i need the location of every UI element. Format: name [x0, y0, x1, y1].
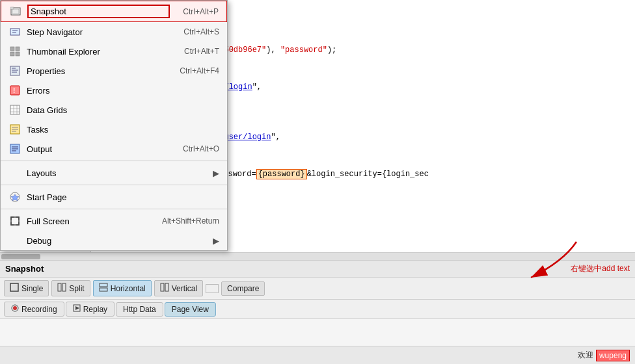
layouts-icon	[8, 166, 21, 179]
start-page-icon	[8, 190, 21, 203]
recording-tab-icon	[11, 304, 19, 314]
svg-rect-33	[62, 283, 66, 291]
svg-rect-10	[10, 66, 20, 75]
fullscreen-icon	[8, 214, 21, 228]
right-click-hint: 右键选中add text	[571, 263, 630, 274]
tasks-icon	[8, 123, 21, 136]
http-data-tab-label: Http Data	[123, 305, 156, 314]
svg-rect-30	[11, 217, 19, 225]
compare-view-label: Compare	[227, 284, 259, 293]
full-screen-label: Full Screen	[27, 216, 149, 226]
bottom-panel-title: Snapshot	[5, 264, 44, 274]
step-navigator-icon	[8, 25, 21, 38]
single-view-icon	[10, 283, 19, 294]
step-navigator-shortcut: Ctrl+Alt+S	[183, 27, 219, 36]
layouts-label: Layouts	[27, 168, 209, 178]
svg-rect-36	[161, 283, 164, 291]
debug-label: Debug	[27, 236, 209, 246]
svg-rect-16	[10, 105, 20, 114]
vertical-view-icon	[160, 283, 169, 294]
svg-rect-8	[10, 52, 14, 56]
menu-separator-3	[1, 209, 227, 209]
tab-page-view[interactable]: Page View	[165, 302, 216, 317]
start-page-label: Start Page	[27, 192, 206, 202]
single-view-label: Single	[21, 284, 43, 293]
menu-separator-1	[1, 161, 227, 161]
menu-item-full-screen[interactable]: Full Screen Alt+Shift+Return	[1, 211, 227, 231]
vertical-view-button[interactable]: Vertical	[154, 280, 203, 296]
split-view-icon	[57, 283, 66, 294]
svg-rect-6	[10, 47, 14, 51]
page-view-tab-label: Page View	[172, 305, 209, 314]
menu-item-start-page[interactable]: Start Page	[1, 187, 227, 207]
svg-rect-37	[165, 283, 169, 291]
dropdown-menu: Snapshot Ctrl+Alt+P Step Navigator Ctrl+…	[0, 0, 228, 251]
menu-item-layouts[interactable]: Layouts ▶	[1, 163, 227, 183]
output-shortcut: Ctrl+Alt+O	[183, 144, 219, 153]
view-toolbar: Single Split Horizontal Vertical Compare	[0, 278, 635, 300]
split-view-label: Split	[69, 284, 84, 293]
svg-rect-1	[12, 9, 19, 14]
menu-item-debug[interactable]: Debug ▶	[1, 231, 227, 250]
tab-recording[interactable]: Recording	[4, 302, 64, 317]
menu-item-snapshot[interactable]: Snapshot Ctrl+Alt+P	[1, 1, 227, 22]
bottom-panel-header: Snapshot 右键选中add text	[0, 261, 635, 278]
compare-view-button[interactable]: Compare	[221, 281, 265, 296]
errors-icon: !	[8, 84, 21, 97]
svg-rect-31	[10, 283, 18, 291]
svg-rect-7	[16, 47, 20, 51]
menu-item-step-navigator[interactable]: Step Navigator Ctrl+Alt+S	[1, 22, 227, 42]
horizontal-view-label: Horizontal	[111, 284, 146, 293]
layouts-arrow: ▶	[213, 168, 219, 178]
full-screen-shortcut: Alt+Shift+Return	[162, 216, 219, 226]
svg-rect-32	[58, 283, 61, 291]
snapshot-icon	[9, 5, 22, 18]
menu-item-output[interactable]: Output Ctrl+Alt+O	[1, 139, 227, 159]
split-view-button[interactable]: Split	[51, 280, 90, 296]
svg-rect-3	[10, 29, 20, 35]
tab-replay[interactable]: Replay	[66, 302, 115, 317]
menu-item-tasks[interactable]: Tasks	[1, 120, 227, 139]
properties-label: Properties	[27, 66, 167, 76]
properties-icon	[8, 64, 21, 77]
svg-rect-35	[100, 288, 107, 291]
data-grids-label: Data Grids	[27, 105, 206, 115]
tab-http-data[interactable]: Http Data	[116, 302, 163, 317]
menu-item-thumbnail-explorer[interactable]: Thumbnail Explorer Ctrl+Alt+T	[1, 42, 227, 61]
menu-item-errors[interactable]: ! Errors	[1, 81, 227, 100]
debug-arrow: ▶	[213, 236, 219, 246]
menu-item-properties[interactable]: Properties Ctrl+Alt+F4	[1, 61, 227, 81]
debug-icon	[8, 234, 21, 247]
single-view-button[interactable]: Single	[4, 280, 49, 296]
tab-bar: Recording Replay Http Data Page View	[0, 300, 635, 319]
scrollbar-thumb[interactable]	[1, 254, 40, 259]
output-label: Output	[27, 144, 170, 154]
username-badge: wupeng	[596, 350, 630, 361]
snapshot-label: Snapshot	[27, 5, 170, 18]
horizontal-view-icon	[99, 283, 108, 294]
replay-tab-icon	[73, 304, 81, 314]
compare-icon-spacer	[206, 284, 219, 293]
snapshot-shortcut: Ctrl+Alt+P	[183, 7, 219, 16]
vertical-view-label: Vertical	[172, 284, 197, 293]
thumbnail-explorer-icon	[8, 45, 21, 58]
errors-label: Errors	[27, 86, 206, 96]
data-grids-icon	[8, 103, 21, 116]
horizontal-view-button[interactable]: Horizontal	[93, 280, 152, 296]
step-navigator-label: Step Navigator	[27, 27, 170, 37]
thumbnail-shortcut: Ctrl+Alt+T	[184, 47, 219, 56]
svg-rect-9	[16, 52, 20, 56]
svg-text:!: !	[13, 87, 15, 94]
svg-rect-2	[10, 7, 14, 9]
menu-item-data-grids[interactable]: Data Grids	[1, 100, 227, 120]
output-icon	[8, 142, 21, 155]
svg-rect-34	[100, 283, 107, 287]
replay-tab-label: Replay	[83, 305, 107, 314]
bottom-panel: Snapshot 右键选中add text Single Split Horiz…	[0, 260, 635, 364]
recording-tab-label: Recording	[21, 305, 57, 314]
horizontal-scrollbar[interactable]	[0, 252, 635, 260]
menu-separator-2	[1, 185, 227, 185]
svg-marker-41	[75, 306, 79, 310]
welcome-text: 欢迎	[578, 350, 593, 361]
status-bar: 欢迎 wupeng	[0, 346, 635, 364]
